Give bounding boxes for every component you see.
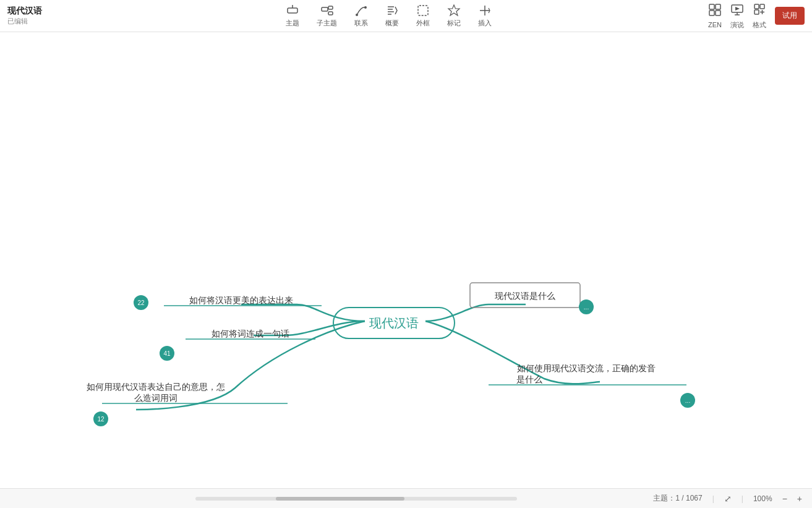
svg-text:...: ... [685,397,690,404]
toolbar-right: ZEN 演说 [708,2,805,30]
svg-text:12: 12 [97,416,105,423]
svg-text:...: ... [584,304,589,311]
svg-rect-4 [328,12,333,15]
svg-rect-14 [418,6,428,15]
svg-marker-15 [448,5,459,15]
svg-text:如何将词连成一句话: 如何将词连成一句话 [212,329,289,338]
summary-label: 概要 [385,19,399,28]
mindmap-container: 现代汉语 如何将汉语更美的表达出来 22 如何将词连成一句话 41 如何用现代汉… [0,32,812,488]
statusbar: 主题：1 / 1067 | ⤢ | 100% − + [0,488,812,508]
toolbar-zen[interactable]: ZEN [708,3,722,28]
svg-text:么造词用词: 么造词用词 [134,393,177,403]
svg-rect-28 [754,10,759,14]
status-separator2: | [741,494,743,503]
toolbar-mark[interactable]: 标记 [447,4,461,28]
canvas-area[interactable]: 现代汉语 如何将汉语更美的表达出来 22 如何将词连成一句话 41 如何用现代汉… [0,32,812,488]
document-title: 现代汉语 [7,6,57,17]
toolbar-insert[interactable]: 插入 [478,4,492,28]
svg-rect-21 [716,11,720,15]
mark-label: 标记 [447,19,461,28]
mark-icon [447,4,461,17]
toolbar-frame[interactable]: 外框 [416,4,430,28]
title-area: 现代汉语 已编辑 [7,6,57,26]
toolbar: 现代汉语 已编辑 主题 [0,0,812,32]
zoom-level: 100% [753,494,772,503]
toolbar-summary[interactable]: 概要 [385,4,399,28]
format-button[interactable]: 格式 [753,2,766,30]
svg-text:如何将汉语更美的表达出来: 如何将汉语更美的表达出来 [189,295,293,305]
toolbar-center: 主题 子主题 [69,4,708,28]
fit-icon[interactable]: ⤢ [724,494,732,504]
toolbar-subtopic[interactable]: 子主题 [317,4,337,28]
toolbar-topic[interactable]: 主题 [286,4,299,28]
svg-rect-18 [709,4,714,9]
frame-label: 外框 [416,19,430,28]
summary-icon [385,4,399,17]
subtopic-icon [320,4,334,17]
svg-rect-2 [322,7,328,11]
svg-text:现代汉语是什么: 现代汉语是什么 [495,291,555,301]
status-separator: | [712,494,714,503]
present-label: 演说 [730,20,744,30]
scrollbar-track[interactable] [195,497,517,501]
format-label: 格式 [753,20,766,30]
topic-icon [286,4,299,17]
zen-label: ZEN [708,21,722,28]
svg-rect-20 [709,11,714,15]
format-icon [753,2,766,19]
svg-rect-19 [716,4,720,9]
present-icon [730,2,744,19]
zen-icon [708,3,722,20]
svg-point-8 [356,14,358,16]
insert-label: 插入 [478,19,492,28]
toolbar-relation[interactable]: 联系 [354,4,368,28]
zoom-in-icon[interactable]: + [797,494,802,504]
svg-text:41: 41 [163,350,171,357]
svg-text:如何用现代汉语表达自己的意思，怎: 如何用现代汉语表达自己的意思，怎 [87,382,225,392]
svg-text:22: 22 [137,299,145,306]
svg-rect-0 [288,8,297,13]
svg-rect-3 [328,6,333,9]
trial-button[interactable]: 试用 [775,7,805,25]
subtopic-label: 子主题 [317,19,337,28]
svg-text:现代汉语: 现代汉语 [369,316,419,330]
insert-icon [478,4,492,17]
scrollbar-thumb[interactable] [276,497,404,501]
topic-info: 主题：1 / 1067 [653,493,702,504]
status-right: 主题：1 / 1067 | ⤢ | 100% − + [653,493,802,504]
svg-rect-27 [760,4,764,9]
topic-label: 主题 [286,19,299,28]
svg-text:如何使用现代汉语交流，正确的发音: 如何使用现代汉语交流，正确的发音 [517,363,656,373]
document-subtitle: 已编辑 [7,17,57,26]
zoom-out-icon[interactable]: − [782,494,787,504]
frame-icon [416,4,430,17]
relation-label: 联系 [354,19,368,28]
svg-text:是什么: 是什么 [516,374,542,384]
svg-point-9 [364,6,367,9]
scrollbar-area [59,497,653,501]
svg-rect-26 [754,4,759,9]
relation-icon [354,4,368,17]
svg-marker-25 [735,7,740,11]
toolbar-present[interactable]: 演说 [730,2,744,30]
